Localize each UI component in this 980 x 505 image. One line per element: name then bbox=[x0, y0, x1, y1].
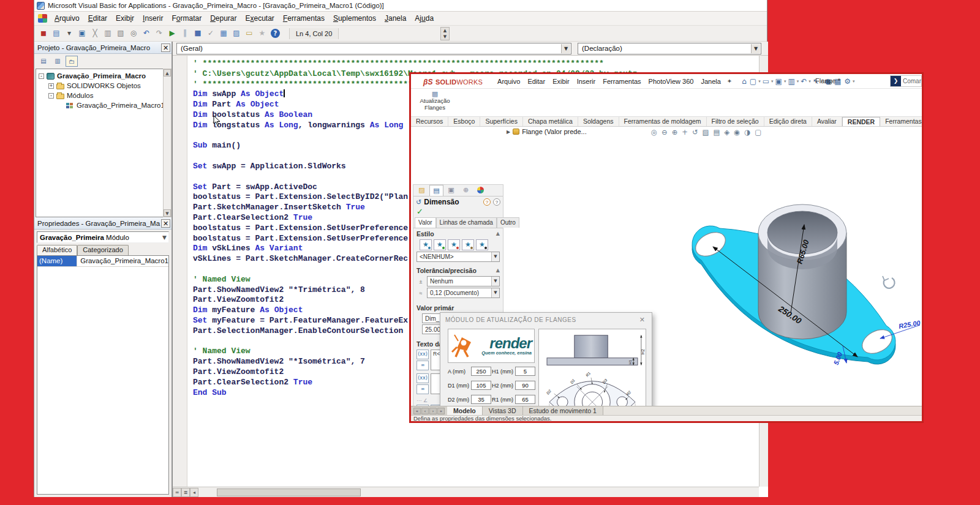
chevron-down-icon[interactable]: ▾ bbox=[784, 79, 786, 84]
featuremanager-tab-icon[interactable]: ▨ bbox=[415, 185, 429, 196]
primary-value-section-header[interactable]: Valor primár bbox=[413, 302, 503, 313]
undo-icon[interactable]: ↶ bbox=[141, 28, 152, 39]
ribbon-tab-esboço[interactable]: Esboço bbox=[448, 117, 480, 126]
object-dropdown[interactable]: (Geral) ▼ bbox=[176, 43, 571, 54]
stop-icon[interactable]: ■ bbox=[192, 28, 203, 39]
pm-tab-linhas-de-chamada[interactable]: Linhas de chamada bbox=[436, 217, 497, 228]
atualizacao-flanges-button[interactable]: ▩ Atualização Flanges bbox=[416, 91, 454, 116]
bottom-tab-estudo-de-movimento-1[interactable]: Estudo de movimento 1 bbox=[523, 406, 603, 415]
design-mode-icon[interactable]: ✓ bbox=[205, 28, 216, 39]
close-icon[interactable]: ✕ bbox=[638, 316, 647, 324]
chevron-down-icon[interactable]: ▾ bbox=[809, 79, 811, 84]
field-input-d1[interactable]: 105 bbox=[471, 381, 491, 390]
ribbon-tab-render[interactable]: RENDER bbox=[842, 117, 880, 126]
sw-menu-exibir[interactable]: Exibir bbox=[549, 77, 573, 86]
feature-tree-header[interactable]: ▶ Flange (Valor prede... bbox=[507, 128, 587, 135]
help-pin-icon[interactable]: ? bbox=[483, 198, 491, 206]
configurationmanager-tab-icon[interactable]: ▣ bbox=[444, 185, 458, 196]
toolbox-icon[interactable]: ★ bbox=[257, 28, 268, 39]
dimension-text-button[interactable]: ∞ bbox=[417, 384, 429, 394]
tree-expander-icon[interactable]: - bbox=[39, 73, 44, 79]
toolbar-options-spinner[interactable]: ▲▼ bbox=[440, 27, 450, 40]
tolerance-section-header[interactable]: Tolerância/precisão ▲ bbox=[413, 265, 503, 275]
propertymanager-tab-icon[interactable]: ▤ bbox=[429, 185, 443, 196]
sw-menu-arquivo[interactable]: Arquivo bbox=[494, 77, 524, 86]
chevron-down-icon[interactable]: ▾ bbox=[797, 79, 799, 84]
zoom-fit-icon[interactable]: ◎ bbox=[651, 128, 657, 137]
print-icon[interactable]: ▥ bbox=[786, 77, 796, 86]
chevron-down-icon[interactable]: ▾ bbox=[758, 79, 761, 84]
rotate-view-icon[interactable]: ↺ bbox=[692, 128, 698, 137]
vba-menu-ajuda[interactable]: Ajuda bbox=[410, 12, 438, 24]
appearance-icon[interactable]: ◑ bbox=[744, 128, 750, 137]
vba-menu-janela[interactable]: Janela bbox=[380, 12, 410, 24]
ribbon-tab-ferramentas-de-moldagem[interactable]: Ferramentas de moldagem bbox=[619, 117, 707, 126]
properties-close-icon[interactable]: ✕ bbox=[161, 219, 170, 228]
project-close-icon[interactable]: ✕ bbox=[161, 43, 170, 52]
project-explorer-icon[interactable]: ▦ bbox=[218, 28, 229, 39]
run-icon[interactable]: ▶ bbox=[167, 28, 178, 39]
ribbon-tab-ferramentas-de-renderização[interactable]: Ferramentas de renderização bbox=[880, 117, 922, 126]
dimxpert-tab-icon[interactable]: ⊕ bbox=[459, 185, 473, 196]
tree-item[interactable]: -Gravação_Primeira_Macro bbox=[36, 71, 163, 81]
view-object-button[interactable]: ▥ bbox=[51, 56, 64, 67]
style-star-button-4[interactable]: ★ bbox=[476, 239, 488, 250]
cut-icon[interactable]: ╳ bbox=[89, 28, 100, 39]
pm-tab-valor[interactable]: Valor bbox=[415, 217, 436, 228]
first-tab-icon[interactable]: « bbox=[413, 408, 421, 414]
help-icon[interactable]: ? bbox=[493, 198, 500, 206]
dimension-text-button[interactable]: ∞ bbox=[417, 361, 429, 370]
tree-item[interactable]: Gravação_Primeira_Macro1 bbox=[36, 100, 163, 110]
sw-menu-janela[interactable]: Janela bbox=[697, 77, 724, 86]
vba-menu-arquivo[interactable]: Arquivo bbox=[50, 12, 84, 24]
zoom-out-icon[interactable]: ⊖ bbox=[662, 128, 668, 137]
dimension-text-button[interactable]: (xx) bbox=[417, 373, 429, 383]
chevron-down-icon[interactable]: ▾ bbox=[853, 79, 855, 84]
help-icon[interactable]: ? bbox=[271, 29, 280, 38]
property-row-name[interactable]: (Name) Gravação_Primeira_Macro1 bbox=[37, 256, 168, 267]
toggle-folders-button[interactable]: 🗀 bbox=[66, 56, 78, 67]
redo-icon[interactable]: ↷ bbox=[154, 28, 165, 39]
ribbon-tab-chapa-metálica[interactable]: Chapa metálica bbox=[523, 117, 578, 126]
properties-object-selector[interactable]: Gravação_Primeira Módulo ▼ bbox=[37, 231, 169, 243]
pan-icon[interactable]: + bbox=[682, 128, 688, 137]
last-tab-icon[interactable]: » bbox=[437, 408, 445, 414]
insert-dropdown-icon[interactable]: ▾ bbox=[64, 28, 75, 39]
tree-expander-icon[interactable]: - bbox=[48, 93, 54, 99]
display-style-icon[interactable]: ◈ bbox=[724, 128, 729, 137]
style-star-button-3[interactable]: ★ bbox=[462, 239, 474, 250]
vba-menu-inserir[interactable]: Inserir bbox=[138, 12, 167, 24]
sw-menu-inserir[interactable]: Inserir bbox=[573, 77, 600, 86]
vba-menu-depurar[interactable]: Depurar bbox=[206, 12, 241, 24]
tab-alfabetico[interactable]: Alfabético bbox=[37, 245, 77, 255]
tree-item[interactable]: +SOLIDWORKS Objetos bbox=[36, 81, 163, 91]
copy-icon[interactable]: ▥ bbox=[102, 28, 113, 39]
field-input-h2[interactable]: 90 bbox=[515, 381, 535, 390]
collapse-chevron-icon[interactable]: ▲ bbox=[496, 267, 500, 273]
home-icon[interactable]: ⌂ bbox=[741, 77, 748, 86]
style-star-button-1[interactable]: ★ bbox=[434, 239, 446, 250]
split-view-button[interactable]: ≣ bbox=[181, 488, 190, 497]
scroll-up-icon[interactable]: ▲ bbox=[164, 69, 171, 77]
tree-item[interactable]: -Módulos bbox=[36, 91, 163, 100]
sw-menu-ferramentas[interactable]: Ferramentas bbox=[599, 77, 644, 86]
command-search-box[interactable]: ❯ Comandos bbox=[890, 75, 922, 87]
object-browser-icon[interactable]: ▭ bbox=[244, 28, 255, 39]
view-object-icon[interactable]: ▤ bbox=[51, 28, 62, 39]
save-icon[interactable]: ▣ bbox=[774, 77, 783, 86]
field-input-a[interactable]: 250 bbox=[471, 367, 491, 376]
scene-icon[interactable]: ▢ bbox=[755, 128, 761, 137]
section-view-icon[interactable]: ▧ bbox=[703, 128, 709, 137]
bottom-tab-vistas-3d[interactable]: Vistas 3D bbox=[483, 406, 523, 415]
vba-menu-editar[interactable]: Editar bbox=[84, 12, 111, 24]
displaymanager-tab-icon[interactable] bbox=[473, 185, 488, 196]
ok-check-icon[interactable]: ✓ bbox=[413, 208, 503, 217]
chevron-down-icon[interactable]: ▾ bbox=[771, 79, 774, 84]
style-star-button-0[interactable]: ★ bbox=[420, 239, 432, 250]
save-icon[interactable]: ▣ bbox=[77, 28, 88, 39]
style-section-header[interactable]: Estilo ▲ bbox=[413, 228, 503, 239]
hide-show-icon[interactable]: ◉ bbox=[734, 128, 740, 137]
bottom-tab-modelo[interactable]: Modelo bbox=[447, 406, 483, 415]
field-input-r1[interactable]: 65 bbox=[515, 395, 535, 404]
flange-3d-model[interactable]: 250.00 R65.00 R25.00 5.00 bbox=[649, 199, 922, 383]
